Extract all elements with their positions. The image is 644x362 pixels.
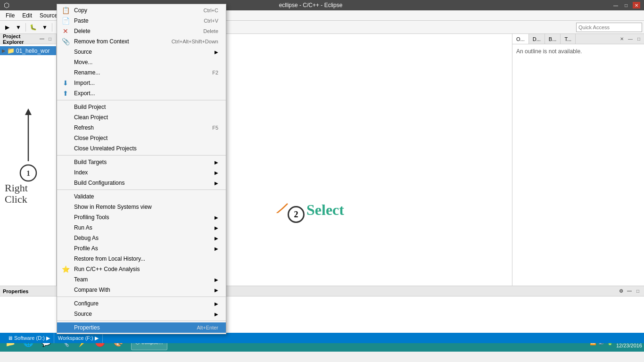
quick-access-input[interactable] (576, 23, 642, 32)
ctx-export[interactable]: ⬆ Export... (57, 88, 226, 99)
menu-file[interactable]: File (2, 11, 18, 20)
menu-edit[interactable]: Edit (18, 11, 36, 20)
ctx-delete[interactable]: ✕ Delete Delete (57, 26, 226, 36)
properties-icon (61, 323, 70, 332)
ctx-paste[interactable]: 📄 Paste Ctrl+V (57, 16, 226, 26)
project-folder-icon: 📁 (7, 47, 15, 54)
ctx-sep-4 (57, 296, 226, 297)
panel-header-controls: — □ (39, 36, 53, 42)
ctx-copy[interactable]: 📋 Copy Ctrl+C (57, 5, 226, 16)
build-targets-arrow: ▶ (215, 160, 218, 165)
window-controls: — □ ✕ (612, 2, 640, 8)
export-icon: ⬆ (61, 89, 70, 98)
project-name: 01_hello_wor (16, 48, 50, 54)
ctx-properties[interactable]: Properties Alt+Enter (57, 322, 226, 333)
ctx-index[interactable]: Index ▶ (57, 167, 226, 178)
panel-minimize-btn[interactable]: — (39, 36, 45, 42)
tab-outline[interactable]: O... (512, 34, 529, 44)
ctx-close-project[interactable]: Close Project (57, 133, 226, 143)
ctx-run-as[interactable]: Run As ▶ (57, 222, 226, 233)
ctx-sep-2 (57, 155, 226, 156)
ctx-run-analysis[interactable]: ⭐ Run C/C++ Code Analysis (57, 264, 226, 274)
tree-expand-icon: ▶ (2, 48, 6, 53)
panel-maximize-btn[interactable]: □ (47, 36, 53, 42)
ctx-profiling[interactable]: Profiling Tools ▶ (57, 212, 226, 222)
bottom-panel-icons[interactable]: ⚙ (618, 288, 624, 295)
ctx-rename[interactable]: Rename... F2 (57, 67, 226, 78)
ctx-import[interactable]: ⬇ Import... (57, 78, 226, 88)
run-analysis-icon: ⭐ (61, 264, 70, 274)
build-configs-arrow: ▶ (215, 181, 218, 186)
paste-icon: 📄 (61, 16, 70, 25)
quick-access-area (576, 23, 642, 32)
ctx-close-unrelated[interactable]: Close Unrelated Projects (57, 143, 226, 154)
source-2-icon (61, 309, 70, 319)
close-project-icon (61, 133, 70, 143)
ctx-compare-with[interactable]: Compare With ▶ (57, 285, 226, 295)
source-2-arrow: ▶ (215, 312, 218, 317)
workspace-expand-icon: ▶ (46, 335, 50, 341)
workspace-label: 🖥 (8, 335, 13, 341)
status-workspace: 🖥 Software (D:) ▶ (4, 333, 54, 343)
ctx-configure[interactable]: Configure ▶ (57, 298, 226, 309)
project-explorer-title: Project Explorer (3, 33, 39, 45)
index-icon (61, 168, 70, 177)
close-unrelated-icon (61, 144, 70, 153)
workspace-f-expand-icon: ▶ (95, 335, 99, 341)
toolbar-sep-2 (52, 23, 52, 32)
right-panel-min-btn[interactable]: — (627, 36, 634, 42)
ctx-build-configs[interactable]: Build Configurations ▶ (57, 178, 226, 188)
ctx-source-1[interactable]: Source ▶ (57, 47, 226, 57)
ctx-move[interactable]: Move... (57, 57, 226, 67)
tab-d[interactable]: D... (529, 34, 545, 44)
toolbar-run-dropdown[interactable]: ▼ (13, 22, 24, 33)
right-panel-close-btn[interactable]: ✕ (619, 36, 625, 42)
bottom-panel-controls: ⚙ — □ (618, 288, 641, 295)
maximize-button[interactable]: □ (622, 2, 630, 8)
import-icon: ⬇ (61, 78, 70, 88)
outline-message: An outline is not available. (516, 48, 582, 55)
team-icon (61, 275, 70, 284)
show-remote-icon (61, 202, 70, 212)
toolbar-run-btn[interactable]: ▶ (2, 22, 12, 33)
minimize-button[interactable]: — (612, 2, 619, 8)
toolbar-debug-btn[interactable]: 🐛 (28, 22, 39, 33)
ctx-refresh[interactable]: Refresh F5 (57, 123, 226, 133)
compare-with-arrow: ▶ (215, 288, 218, 293)
ctx-source-2[interactable]: Source ▶ (57, 309, 226, 319)
toolbar-debug-dropdown[interactable]: ▼ (40, 22, 50, 33)
rename-icon (61, 68, 70, 77)
select-text-annotation: Select (306, 201, 344, 219)
tree-item-project[interactable]: ▶ 📁 01_hello_wor (0, 46, 56, 55)
clean-project-icon (61, 113, 70, 122)
tab-t[interactable]: T... (561, 34, 576, 44)
bottom-panel-min-btn[interactable]: — (626, 288, 633, 295)
toolbar-sep-1 (25, 23, 26, 32)
ctx-clean-project[interactable]: Clean Project (57, 112, 226, 123)
bottom-panel-max-btn[interactable]: □ (635, 288, 641, 295)
ctx-restore-history[interactable]: Restore from Local History... (57, 254, 226, 264)
right-panel-max-btn[interactable]: □ (636, 36, 642, 42)
profiling-arrow: ▶ (215, 215, 218, 220)
ctx-team[interactable]: Team ▶ (57, 274, 226, 285)
ctx-sep-5 (57, 321, 226, 321)
ctx-build-targets[interactable]: Build Targets ▶ (57, 157, 226, 167)
move-icon (61, 58, 70, 67)
status-workspace-f: Workspace (F:) ▶ (54, 333, 103, 343)
ctx-profile-as[interactable]: Profile As ▶ (57, 243, 226, 254)
taskbar-date: 12/23/2016 (616, 342, 642, 349)
close-button[interactable]: ✕ (633, 2, 640, 8)
ctx-debug-as[interactable]: Debug As ▶ (57, 233, 226, 243)
project-explorer-header: Project Explorer — □ (0, 34, 56, 44)
configure-icon (61, 299, 70, 308)
ctx-build-project[interactable]: Build Project (57, 102, 226, 112)
ctx-remove-context[interactable]: 📎 Remove from Context Ctrl+Alt+Shift+Dow… (57, 36, 226, 47)
ctx-validate[interactable]: Validate (57, 191, 226, 202)
refresh-icon (61, 123, 70, 132)
status-bar: 🖥 Software (D:) ▶ Workspace (F:) ▶ (0, 333, 644, 343)
ctx-show-remote[interactable]: Show in Remote Systems view (57, 202, 226, 212)
configure-arrow: ▶ (215, 301, 218, 306)
debug-as-arrow: ▶ (215, 236, 218, 241)
run-as-arrow: ▶ (215, 225, 218, 230)
tab-b[interactable]: B... (545, 34, 561, 44)
